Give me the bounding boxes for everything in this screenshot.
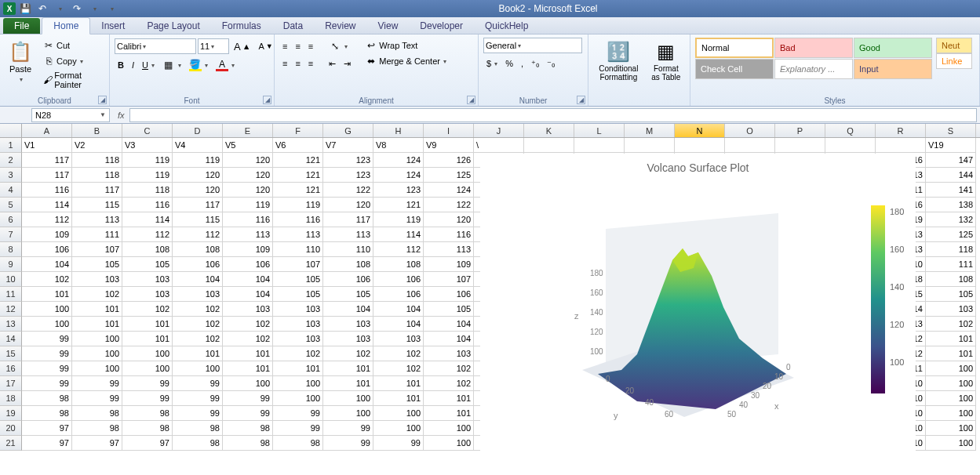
cell[interactable]: 98 — [72, 421, 122, 436]
cell[interactable]: 103 — [173, 287, 223, 302]
cell[interactable]: 124 — [424, 183, 474, 198]
cell[interactable]: 125 — [424, 168, 474, 183]
cell[interactable]: 102 — [373, 346, 424, 361]
cell[interactable]: 97 — [22, 421, 72, 436]
cell[interactable]: 105 — [424, 302, 474, 317]
cell[interactable]: 103 — [223, 302, 273, 317]
rowhead[interactable]: 8 — [0, 242, 22, 257]
cell[interactable]: 119 — [273, 198, 323, 212]
cell[interactable]: 106 — [424, 287, 474, 302]
cell[interactable] — [775, 138, 825, 153]
cell[interactable]: 106 — [223, 257, 273, 272]
qat-customize[interactable] — [104, 2, 119, 16]
cell[interactable]: 120 — [223, 168, 273, 183]
cell[interactable]: 105 — [273, 272, 323, 287]
cell[interactable]: 104 — [223, 272, 273, 287]
cell[interactable]: 120 — [173, 168, 223, 183]
cell[interactable]: 100 — [926, 391, 976, 406]
redo-icon[interactable]: ↷ — [69, 2, 85, 16]
cut-button[interactable]: ✂Cut — [39, 38, 104, 53]
style-bad[interactable]: Bad — [774, 38, 853, 58]
cell[interactable]: 105 — [72, 257, 122, 272]
cell[interactable]: 99 — [323, 436, 373, 451]
cell[interactable]: 116 — [223, 212, 273, 227]
cell[interactable]: 119 — [223, 198, 273, 212]
tab-data[interactable]: Data — [272, 18, 314, 34]
cell[interactable]: 98 — [122, 421, 173, 436]
cell[interactable]: 123 — [323, 168, 373, 183]
cell[interactable]: 141 — [926, 183, 976, 198]
rowhead[interactable]: 15 — [0, 346, 22, 361]
cell[interactable]: 100 — [926, 421, 976, 436]
cell[interactable]: 100 — [72, 361, 122, 376]
cell[interactable]: 101 — [223, 346, 273, 361]
cell[interactable]: 112 — [22, 212, 72, 227]
cell[interactable]: 116 — [424, 227, 474, 242]
cell[interactable]: 120 — [323, 198, 373, 212]
cell[interactable]: 121 — [273, 153, 323, 168]
cell[interactable]: 114 — [22, 198, 72, 212]
cell[interactable]: 100 — [373, 406, 424, 421]
cell[interactable]: 98 — [22, 406, 72, 421]
cell[interactable]: 101 — [173, 346, 223, 361]
colhead-K[interactable]: K — [524, 124, 574, 137]
cell[interactable]: 100 — [273, 376, 323, 391]
cell[interactable]: 112 — [373, 242, 424, 257]
cell[interactable]: 101 — [424, 406, 474, 421]
cell[interactable]: 124 — [373, 153, 424, 168]
formula-input[interactable] — [129, 108, 977, 122]
cell[interactable]: 101 — [373, 376, 424, 391]
cell[interactable]: 101 — [323, 376, 373, 391]
cell[interactable]: 102 — [173, 302, 223, 317]
cell[interactable]: 105 — [122, 257, 173, 272]
tab-review[interactable]: Review — [314, 18, 366, 34]
cell[interactable]: V5 — [223, 138, 273, 153]
cell[interactable]: 100 — [273, 391, 323, 406]
cell[interactable]: 101 — [223, 361, 273, 376]
cell[interactable]: 122 — [323, 183, 373, 198]
cell[interactable]: 112 — [173, 227, 223, 242]
cell[interactable]: 101 — [273, 361, 323, 376]
cell[interactable]: 115 — [173, 212, 223, 227]
select-all-corner[interactable] — [0, 124, 22, 137]
colhead-Q[interactable]: Q — [825, 124, 876, 137]
cell[interactable]: 113 — [424, 242, 474, 257]
cell[interactable]: 103 — [122, 287, 173, 302]
cell[interactable]: 104 — [22, 257, 72, 272]
cell[interactable]: 123 — [323, 153, 373, 168]
cell[interactable]: 105 — [273, 287, 323, 302]
cell[interactable]: 102 — [22, 272, 72, 287]
colhead-M[interactable]: M — [625, 124, 675, 137]
cell[interactable]: 98 — [273, 436, 323, 451]
cell[interactable]: 121 — [373, 198, 424, 212]
number-format-combo[interactable]: General — [483, 38, 582, 53]
cell[interactable]: 147 — [926, 153, 976, 168]
percent-button[interactable]: % — [502, 57, 516, 70]
cell[interactable]: 104 — [173, 272, 223, 287]
cell[interactable]: 98 — [173, 421, 223, 436]
cell[interactable]: 113 — [223, 227, 273, 242]
align-top-button[interactable]: ≡ — [279, 40, 290, 53]
cell[interactable]: 103 — [424, 346, 474, 361]
rowhead[interactable]: 13 — [0, 317, 22, 332]
cell[interactable]: 114 — [122, 212, 173, 227]
cell[interactable]: 111 — [72, 227, 122, 242]
cell[interactable]: 102 — [122, 302, 173, 317]
colhead-F[interactable]: F — [273, 124, 323, 137]
rowhead[interactable]: 21 — [0, 436, 22, 451]
cell[interactable]: 117 — [173, 198, 223, 212]
cell[interactable]: 102 — [323, 346, 373, 361]
cell[interactable]: 101 — [926, 332, 976, 346]
rowhead[interactable]: 10 — [0, 272, 22, 287]
cell[interactable] — [625, 138, 675, 153]
cell[interactable]: 102 — [273, 346, 323, 361]
cell[interactable]: 100 — [926, 436, 976, 451]
colhead-I[interactable]: I — [424, 124, 474, 137]
cell[interactable]: 108 — [173, 242, 223, 257]
conditional-formatting-button[interactable]: 🔢 Conditional Formatting — [593, 38, 644, 83]
cell[interactable]: 124 — [373, 168, 424, 183]
tab-view[interactable]: View — [367, 18, 410, 34]
orientation-button[interactable]: ⤡ — [326, 38, 351, 54]
rowhead[interactable]: 3 — [0, 168, 22, 183]
redo-dropdown[interactable] — [86, 2, 102, 16]
